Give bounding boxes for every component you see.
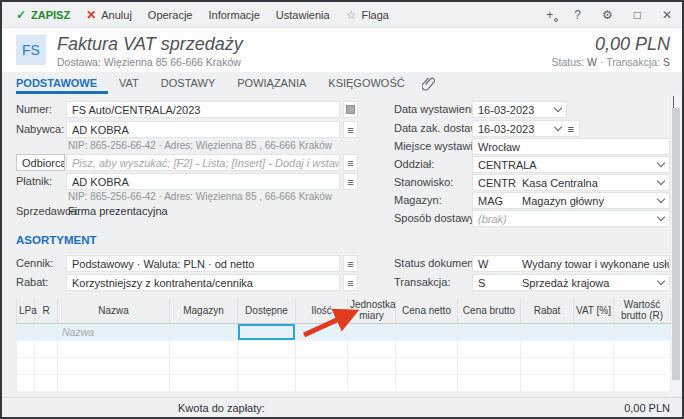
table-cell[interactable]: [521, 374, 574, 391]
table-cell[interactable]: [170, 357, 238, 374]
data-wystawienia-select[interactable]: 16-03-2023: [472, 101, 567, 118]
settings-gear-button[interactable]: ⚙: [602, 8, 613, 22]
table-cell[interactable]: [521, 323, 574, 340]
column-header-dostepne[interactable]: Dostępne: [238, 299, 296, 323]
table-cell[interactable]: [58, 340, 170, 357]
table-cell-nazwa[interactable]: Nazwa: [58, 323, 170, 340]
tab-ksiegowosc[interactable]: KSIĘGOWOŚĆ: [317, 72, 415, 94]
numer-scheme-button[interactable]: [343, 101, 358, 118]
column-header-rabat[interactable]: Rabat: [521, 299, 574, 323]
table-cell[interactable]: [238, 340, 296, 357]
table-cell-selected[interactable]: [238, 323, 296, 340]
menu-informacje[interactable]: Informacje: [208, 9, 259, 21]
scroll-up-button[interactable]: [673, 96, 674, 108]
vertical-scrollbar[interactable]: [671, 94, 681, 396]
tab-powiazania[interactable]: POWIĄZANIA: [226, 72, 317, 94]
odbiorca-input[interactable]: Pisz, aby wyszukać; [F2] - Lista; [Inser…: [66, 154, 340, 171]
close-button[interactable]: ✕: [662, 8, 672, 22]
rabat-input[interactable]: Korzystniejszy z kontrahenta/cennika: [66, 274, 340, 291]
column-header-vat[interactable]: VAT [%]: [574, 299, 614, 323]
miejsce-input[interactable]: Wrocław: [472, 138, 670, 155]
menu-operacje[interactable]: Operacje: [148, 9, 193, 21]
sposob-dostawy-select[interactable]: (brak): [472, 210, 670, 227]
table-cell[interactable]: [574, 323, 614, 340]
table-cell[interactable]: [35, 374, 58, 391]
tab-vat[interactable]: VAT: [108, 72, 150, 94]
table-cell[interactable]: [238, 357, 296, 374]
odbiorca-label-dropdown[interactable]: Odbiorca:: [16, 154, 65, 171]
table-cell[interactable]: [614, 357, 671, 374]
table-cell[interactable]: [17, 374, 35, 391]
table-cell[interactable]: [614, 374, 671, 391]
odbiorca-list-button[interactable]: ≡: [343, 154, 358, 171]
table-cell[interactable]: [574, 374, 614, 391]
column-header-cena-netto[interactable]: Cena netto: [396, 299, 458, 323]
table-cell[interactable]: [458, 340, 521, 357]
column-header-nazwa[interactable]: Nazwa: [58, 299, 170, 323]
table-cell[interactable]: [35, 357, 58, 374]
scrollbar-thumb[interactable]: [672, 108, 680, 380]
table-cell[interactable]: [58, 374, 170, 391]
square-icon: [346, 105, 355, 114]
data-dostawy-select[interactable]: 16-03-2023 ≡: [472, 120, 580, 137]
cennik-input[interactable]: Podstawowy · Waluta: PLN · od netto: [66, 255, 340, 272]
table-cell[interactable]: [574, 357, 614, 374]
column-header-wartosc-brutto[interactable]: Wartość brutto (R): [614, 299, 671, 323]
column-header-cena-brutto[interactable]: Cena brutto: [458, 299, 521, 323]
platnik-list-button[interactable]: ≡: [343, 173, 358, 190]
table-cell[interactable]: [574, 340, 614, 357]
table-cell[interactable]: [396, 374, 458, 391]
oddzial-select[interactable]: CENTRALA: [472, 156, 670, 173]
table-cell[interactable]: [458, 357, 521, 374]
table-cell[interactable]: [396, 323, 458, 340]
transakcja-select[interactable]: SSprzedaż krajowa: [472, 274, 670, 291]
rabat-list-button[interactable]: ≡: [343, 274, 358, 291]
help-button[interactable]: ?: [574, 8, 581, 22]
nabywca-list-button[interactable]: ≡: [343, 121, 358, 138]
table-cell[interactable]: [35, 323, 58, 340]
table-cell[interactable]: [396, 357, 458, 374]
table-cell[interactable]: [614, 323, 671, 340]
table-cell[interactable]: [296, 357, 348, 374]
toolbar: ✓ ZAPISZ ✕ Anuluj Operacje Informacje Us…: [2, 2, 682, 28]
table-cell[interactable]: [614, 340, 671, 357]
table-cell[interactable]: [170, 323, 238, 340]
status-dokumentu-select[interactable]: WWydany towar i wykonane usługi ≡: [472, 255, 670, 272]
platnik-input[interactable]: AD KOBRA: [66, 173, 340, 190]
stanowisko-select[interactable]: CENTRKasa Centralna: [472, 174, 670, 191]
new-window-button[interactable]: +: [546, 8, 553, 22]
column-header-magazyn[interactable]: Magazyn: [170, 299, 238, 323]
table-cell[interactable]: [521, 340, 574, 357]
table-cell[interactable]: [170, 340, 238, 357]
flag-button[interactable]: ☆ Flaga: [346, 8, 389, 22]
magazyn-select[interactable]: MAGMagazyn główny: [472, 192, 670, 209]
table-cell[interactable]: [35, 340, 58, 357]
table-cell[interactable]: [17, 357, 35, 374]
document-header: FS Faktura VAT sprzedaży Dostawa: Więzie…: [2, 28, 682, 72]
attachments-button[interactable]: [416, 72, 441, 94]
table-cell[interactable]: [17, 340, 35, 357]
tab-dostawy[interactable]: DOSTAWY: [150, 72, 226, 94]
table-cell[interactable]: [458, 323, 521, 340]
paperclip-icon: [422, 76, 435, 91]
numer-input[interactable]: FS Auto/CENTRALA/2023: [66, 101, 340, 118]
table-cell[interactable]: [296, 374, 348, 391]
table-cell[interactable]: [396, 340, 458, 357]
tab-podstawowe[interactable]: PODSTAWOWE: [16, 72, 108, 94]
save-button[interactable]: ✓ ZAPISZ: [16, 8, 70, 22]
table-cell[interactable]: [348, 357, 396, 374]
table-cell[interactable]: [17, 323, 35, 340]
table-cell[interactable]: [458, 374, 521, 391]
maximize-button[interactable]: □: [634, 8, 641, 22]
table-cell[interactable]: [58, 357, 170, 374]
column-header-r[interactable]: R: [35, 299, 58, 323]
menu-ustawienia[interactable]: Ustawienia: [276, 9, 330, 21]
table-cell[interactable]: [170, 374, 238, 391]
nabywca-input[interactable]: AD KOBRA: [66, 121, 340, 138]
cennik-list-button[interactable]: ≡: [343, 255, 358, 272]
cancel-button[interactable]: ✕ Anuluj: [86, 8, 132, 22]
table-cell[interactable]: [521, 357, 574, 374]
column-header-lpa[interactable]: LPa: [17, 299, 35, 323]
table-cell[interactable]: [348, 374, 396, 391]
table-cell[interactable]: [238, 374, 296, 391]
